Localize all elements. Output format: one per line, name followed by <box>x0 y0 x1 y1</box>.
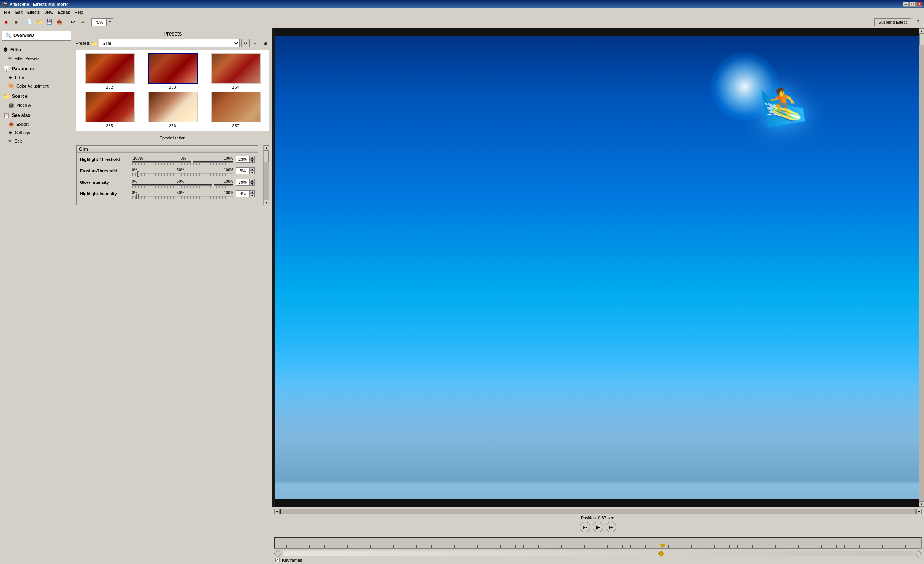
preset-item-255[interactable]: 255 <box>79 92 140 128</box>
close-button[interactable]: ✕ <box>916 2 922 7</box>
preset-num-255: 255 <box>106 123 113 128</box>
transport-right-btn[interactable]: ▶ <box>916 509 922 514</box>
sidebar-item-export[interactable]: 📤 Export <box>2 121 71 128</box>
sidebar-item-edit[interactable]: ✏ Edit <box>2 138 71 144</box>
et-down-btn[interactable]: ▼ <box>250 171 255 174</box>
gi-up-btn[interactable]: ▲ <box>250 179 255 182</box>
see-also-icon: 📋 <box>3 112 10 118</box>
filter-item-icon: ⚙ <box>8 75 13 80</box>
preset-thumbnail-252 <box>85 53 135 84</box>
presets-refresh-btn[interactable]: ↺ <box>241 39 250 47</box>
open-btn[interactable]: 📂 <box>35 18 44 27</box>
preset-item-256[interactable]: 256 <box>142 92 203 128</box>
sidebar-item-filter-presets[interactable]: ✏ Filter-Presets <box>2 55 71 62</box>
position-label: Position: 0.87 sec. <box>274 515 922 520</box>
menu-extras[interactable]: Extras <box>56 9 72 15</box>
export-icon: 📤 <box>8 122 14 127</box>
sidebar-item-color-adjustment[interactable]: 🎨 Color Adjustment <box>2 83 71 89</box>
ht-down-btn[interactable]: ▼ <box>250 159 255 163</box>
glim-title: Glim <box>77 146 258 153</box>
preset-thumbnail-255 <box>85 92 135 122</box>
minimize-button[interactable]: ─ <box>903 2 909 7</box>
menu-effects[interactable]: Effects <box>25 9 42 15</box>
new-btn[interactable]: 📄 <box>25 18 34 27</box>
highlight-intensity-input[interactable] <box>236 190 250 197</box>
menu-edit[interactable]: Edit <box>13 9 25 15</box>
undo-btn[interactable]: ↩ <box>68 18 77 27</box>
preset-num-253: 253 <box>169 85 176 89</box>
et-min-label: 0% <box>132 168 137 172</box>
parameter-section-label: Parameter <box>12 66 34 71</box>
spec-scrollbar: ▲ ▼ <box>263 145 269 205</box>
glow-intensity-slider[interactable] <box>132 184 233 186</box>
filter-presets-label: Filter-Presets <box>15 56 39 61</box>
hi-max-label: 100% <box>224 191 233 195</box>
color-adj-label: Color Adjustment <box>16 84 49 88</box>
gi-down-btn[interactable]: ▼ <box>250 182 255 186</box>
maximize-button[interactable]: □ <box>909 2 916 7</box>
record-btn[interactable]: ● <box>11 18 21 27</box>
fast-forward-btn[interactable]: ⏭ <box>606 522 616 532</box>
app-icon: 🎬 <box>2 1 8 7</box>
transport-left-btn[interactable]: ◀ <box>274 509 280 514</box>
filter-section-label: Filter <box>10 47 21 52</box>
preset-item-252[interactable]: 252 <box>79 53 140 89</box>
preset-thumbnail-254 <box>211 53 261 84</box>
preset-item-254[interactable]: 254 <box>205 53 266 89</box>
erosion-threshold-label: Erosion-Threshold <box>80 169 130 173</box>
sidebar-item-video-a[interactable]: 🎬 Video A <box>2 102 71 109</box>
glow-intensity-input[interactable] <box>236 179 250 186</box>
timeline-end <box>914 550 922 558</box>
highlight-threshold-input[interactable] <box>236 156 250 163</box>
timeline-playhead[interactable] <box>660 544 666 548</box>
suspend-effect-button[interactable]: Suspend Effect <box>874 18 911 26</box>
zoom-dropdown[interactable]: ▼ <box>107 18 113 26</box>
save-btn[interactable]: 💾 <box>45 18 54 27</box>
overview-icon: 🔍 <box>5 33 11 38</box>
preset-thumbnail-253 <box>148 53 198 84</box>
gi-mid-label: 50% <box>177 179 184 183</box>
keyframes-checkbox[interactable]: ✓ <box>275 558 280 562</box>
erosion-threshold-input[interactable] <box>236 167 250 174</box>
spec-scroll-up[interactable]: ▲ <box>264 145 269 151</box>
overview-button[interactable]: 🔍 Overview <box>2 31 71 41</box>
sidebar-item-filter[interactable]: ⚙ Filter <box>2 74 71 81</box>
presets-dropdown[interactable]: Glim <box>99 39 240 47</box>
presets-grid-btn[interactable]: ⊞ <box>261 39 269 47</box>
hi-down-btn[interactable]: ▼ <box>250 194 255 197</box>
overview-label: Overview <box>13 33 34 38</box>
preset-item-257[interactable]: 257 <box>205 92 266 128</box>
preset-item-253[interactable]: 253 <box>142 53 203 89</box>
play-btn[interactable]: ▶ <box>593 522 603 532</box>
preview-scroll-up[interactable]: ▲ <box>919 28 924 34</box>
menu-view[interactable]: View <box>42 9 56 15</box>
hi-up-btn[interactable]: ▲ <box>250 190 255 194</box>
highlight-threshold-slider[interactable] <box>132 161 233 163</box>
param-row-glow-intensity: Glow-Intensity 0% 50% 100% <box>80 179 255 186</box>
et-up-btn[interactable]: ▲ <box>250 167 255 171</box>
menu-help[interactable]: Help <box>72 9 86 15</box>
spec-scroll-down[interactable]: ▼ <box>264 200 269 205</box>
highlight-intensity-slider[interactable] <box>132 196 233 197</box>
highlight-threshold-label: Highlight-Threshold <box>80 157 130 162</box>
presets-arrow-btn[interactable]: → <box>251 39 259 47</box>
help-btn[interactable]: ? <box>913 18 922 27</box>
erosion-threshold-slider[interactable] <box>132 173 233 174</box>
preview-scroll-down[interactable]: ▼ <box>919 501 924 507</box>
window-title: Vitascene - Effects and more* <box>10 2 68 6</box>
export-btn[interactable]: 📤 <box>55 18 64 27</box>
timeline-track[interactable] <box>283 551 913 556</box>
timeline-ruler[interactable] <box>274 537 922 549</box>
source-section-icon: 📁 <box>3 93 10 99</box>
record-red-btn[interactable]: ● <box>2 18 11 27</box>
menu-file[interactable]: File <box>2 9 13 15</box>
settings-icon: ⚙ <box>8 130 13 135</box>
sidebar-item-settings[interactable]: ⚙ Settings <box>2 129 71 136</box>
ht-up-btn[interactable]: ▲ <box>250 156 255 159</box>
transport-scrolltrack[interactable] <box>280 509 916 514</box>
param-row-highlight-intensity: Highlight-Intensity 0% 50% 100% <box>80 190 255 197</box>
rewind-btn[interactable]: ⏮ <box>580 522 590 532</box>
zoom-input[interactable] <box>91 18 107 26</box>
filter-section-icon: ⚙ <box>3 47 8 53</box>
redo-btn[interactable]: ↪ <box>78 18 87 27</box>
